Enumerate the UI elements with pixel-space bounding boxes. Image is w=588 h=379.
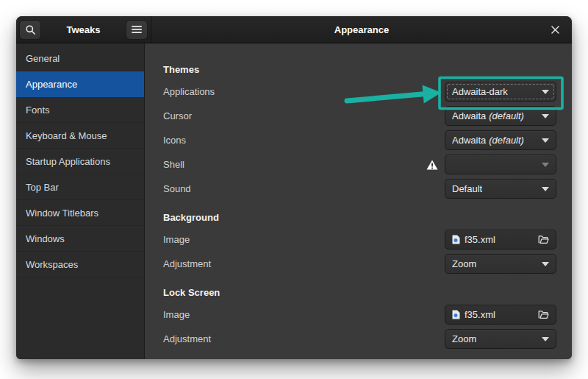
icons-theme-dropdown[interactable]: Adwaita(default) bbox=[445, 130, 556, 150]
lockscreen-adjustment-dropdown[interactable]: Zoom bbox=[445, 329, 556, 349]
sound-label: Sound bbox=[163, 183, 445, 194]
background-image-filename: f35.xml bbox=[465, 234, 495, 245]
shell-theme-dropdown[interactable] bbox=[445, 155, 556, 174]
close-button[interactable] bbox=[546, 21, 564, 38]
row-icons: Icons Adwaita(default) bbox=[163, 128, 556, 152]
folder-open-icon bbox=[538, 235, 549, 244]
lockscreen-image-label: Image bbox=[163, 309, 445, 320]
caret-down-icon bbox=[542, 262, 549, 266]
page-title: Appearance bbox=[334, 24, 389, 35]
caret-down-icon bbox=[542, 114, 549, 118]
cursor-theme-dropdown[interactable]: Adwaita(default) bbox=[445, 106, 556, 126]
sidebar-item-workspaces[interactable]: Workspaces bbox=[16, 252, 144, 277]
sound-theme-dropdown[interactable]: Default bbox=[445, 179, 556, 199]
warning-icon bbox=[426, 160, 438, 170]
row-background-image: Image f35.xml bbox=[163, 227, 556, 252]
close-icon bbox=[551, 26, 559, 34]
lockscreen-image-filename: f35.xml bbox=[465, 309, 495, 320]
search-icon bbox=[25, 24, 36, 35]
titlebar: Tweaks Appearance bbox=[16, 16, 572, 43]
app-title: Tweaks bbox=[41, 24, 126, 35]
sidebar-item-windows[interactable]: Windows bbox=[16, 226, 144, 252]
hamburger-icon bbox=[132, 25, 142, 34]
cursor-theme-default-note: (default) bbox=[489, 110, 524, 121]
applications-label: Applications bbox=[163, 86, 445, 97]
sidebar-item-window-titlebars[interactable]: Window Titlebars bbox=[16, 200, 144, 226]
titlebar-sidebar-section: Tweaks bbox=[16, 16, 151, 43]
sidebar-item-general[interactable]: General bbox=[16, 46, 144, 71]
applications-theme-value: Adwaita-dark bbox=[452, 86, 508, 97]
icons-theme-value: Adwaita bbox=[452, 135, 486, 146]
applications-theme-dropdown[interactable]: Adwaita-dark bbox=[445, 82, 556, 102]
screenshot-page: { "colors": { "selection_blue": "#15539e… bbox=[0, 0, 588, 379]
row-lockscreen-adjustment: Adjustment Zoom bbox=[163, 327, 556, 351]
caret-down-icon bbox=[542, 187, 549, 191]
tweaks-window: Tweaks Appearance General Appearance Fon… bbox=[16, 16, 572, 359]
lockscreen-image-file-button[interactable]: f35.xml bbox=[445, 305, 556, 325]
sidebar-item-keyboard-mouse[interactable]: Keyboard & Mouse bbox=[16, 123, 144, 149]
background-adjustment-value: Zoom bbox=[452, 258, 476, 269]
caret-down-icon bbox=[542, 90, 549, 94]
sidebar-item-top-bar[interactable]: Top Bar bbox=[16, 174, 144, 200]
window-body: General Appearance Fonts Keyboard & Mous… bbox=[16, 43, 572, 359]
appearance-panel: Themes Applications Adwaita-dark Cursor … bbox=[145, 43, 572, 359]
background-image-file-button[interactable]: f35.xml bbox=[445, 230, 556, 249]
lockscreen-adjustment-value: Zoom bbox=[452, 333, 476, 344]
section-title-themes: Themes bbox=[163, 59, 556, 79]
row-sound: Sound Default bbox=[163, 177, 556, 201]
menu-button[interactable] bbox=[126, 20, 148, 40]
caret-down-icon bbox=[542, 138, 549, 143]
icons-label: Icons bbox=[163, 135, 445, 146]
row-cursor: Cursor Adwaita(default) bbox=[163, 104, 556, 128]
section-title-background: Background bbox=[163, 207, 556, 227]
row-shell: Shell bbox=[163, 152, 556, 177]
sidebar-item-fonts[interactable]: Fonts bbox=[16, 97, 144, 123]
sidebar-item-appearance[interactable]: Appearance bbox=[16, 71, 144, 97]
icons-theme-default-note: (default) bbox=[489, 135, 524, 146]
file-document-icon bbox=[452, 310, 460, 319]
row-background-adjustment: Adjustment Zoom bbox=[163, 252, 556, 276]
background-adjustment-label: Adjustment bbox=[163, 258, 445, 269]
background-adjustment-dropdown[interactable]: Zoom bbox=[445, 254, 556, 274]
search-button[interactable] bbox=[19, 20, 41, 40]
cursor-theme-value: Adwaita bbox=[452, 110, 486, 121]
caret-down-icon bbox=[542, 337, 549, 341]
titlebar-main-section: Appearance bbox=[151, 16, 572, 43]
section-title-lock-screen: Lock Screen bbox=[163, 282, 556, 302]
lockscreen-adjustment-label: Adjustment bbox=[163, 333, 445, 344]
row-applications: Applications Adwaita-dark bbox=[163, 79, 556, 104]
sound-theme-value: Default bbox=[452, 183, 482, 194]
shell-label: Shell bbox=[163, 159, 426, 170]
cursor-label: Cursor bbox=[163, 110, 445, 121]
background-image-label: Image bbox=[163, 234, 445, 245]
file-document-icon bbox=[452, 235, 460, 244]
sidebar: General Appearance Fonts Keyboard & Mous… bbox=[16, 43, 145, 359]
caret-down-icon bbox=[542, 163, 549, 167]
folder-open-icon bbox=[538, 310, 549, 319]
sidebar-item-startup-applications[interactable]: Startup Applications bbox=[16, 149, 144, 174]
row-lockscreen-image: Image f35.xml bbox=[163, 302, 556, 327]
